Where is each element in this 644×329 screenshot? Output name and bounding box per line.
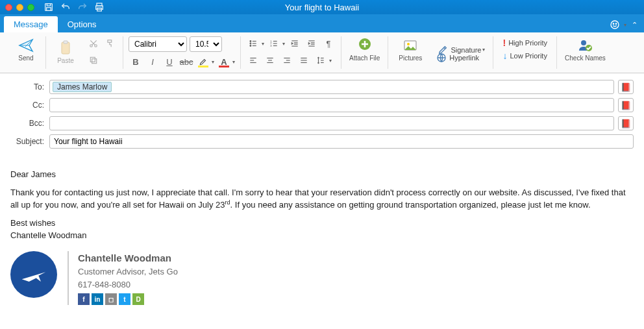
subject-field[interactable] — [49, 134, 634, 149]
align-right-button[interactable] — [280, 53, 294, 67]
facebook-icon[interactable]: f — [78, 293, 90, 305]
font-size-select[interactable]: 10.5 — [190, 36, 222, 52]
message-body[interactable]: Dear James Thank you for contacting us j… — [0, 156, 644, 311]
justify-button[interactable] — [297, 53, 311, 67]
underline-button[interactable]: U — [162, 55, 177, 69]
linkedin-icon[interactable]: in — [92, 293, 103, 305]
cut-icon[interactable] — [86, 36, 101, 51]
ribbon: Send Paste Calibri — [0, 32, 644, 73]
svg-point-16 — [250, 41, 251, 42]
send-label: Send — [18, 55, 33, 62]
italic-button[interactable]: I — [145, 55, 160, 69]
decrease-indent-button[interactable] — [288, 36, 302, 51]
body-paragraph: Thank you for contacting us just now, I … — [10, 186, 634, 212]
window-titlebar: Your flight to Hawaii — [0, 0, 644, 14]
paste-button[interactable]: Paste — [51, 39, 80, 66]
undo-icon[interactable] — [60, 2, 71, 12]
check-names-button[interactable]: Check Names — [562, 36, 608, 63]
svg-point-18 — [250, 43, 251, 44]
font-color-button[interactable]: A — [217, 55, 231, 69]
close-window-button[interactable] — [5, 4, 12, 11]
recipient-chip[interactable]: James Marlow — [53, 82, 112, 92]
window-title: Your flight to Hawaii — [285, 3, 359, 12]
align-left-button[interactable] — [246, 53, 260, 67]
svg-point-7 — [613, 23, 613, 24]
body-greeting: Dear James — [10, 168, 634, 181]
address-fields: To: James Marlow 📕 Cc: 📕 Bcc: 📕 Subject: — [0, 73, 644, 156]
attach-file-button[interactable]: Attach File — [347, 36, 382, 63]
ribbon-tabbar: Message Options ▾ ⌃ — [0, 14, 644, 32]
bullet-list-button[interactable] — [246, 36, 260, 51]
to-label: To: — [10, 82, 49, 91]
signature-phone: 617-848-8080 — [78, 278, 178, 291]
other-social-icon[interactable]: D — [132, 293, 144, 305]
subject-label: Subject: — [10, 137, 49, 146]
tab-options[interactable]: Options — [58, 16, 106, 32]
save-icon[interactable] — [43, 2, 54, 12]
highlight-color-button[interactable] — [196, 55, 210, 69]
emoji-icon[interactable] — [610, 19, 620, 30]
signature-title: Customer Advisor, Jets Go — [78, 265, 178, 278]
cc-field[interactable] — [49, 98, 614, 112]
font-family-select[interactable]: Calibri — [129, 36, 187, 52]
svg-rect-10 — [64, 41, 68, 43]
bcc-label: Bcc: — [10, 119, 49, 128]
redo-icon[interactable] — [77, 2, 88, 12]
format-painter-icon[interactable] — [103, 36, 118, 51]
svg-rect-9 — [62, 42, 69, 54]
body-closing: Best wishes Chantelle Woodman — [10, 217, 634, 242]
print-icon[interactable] — [94, 2, 105, 12]
hyperlink-button[interactable]: Hyperlink — [436, 53, 485, 63]
svg-rect-15 — [108, 40, 112, 43]
collapse-ribbon-icon[interactable]: ⌃ — [632, 21, 638, 29]
svg-rect-1 — [47, 4, 50, 6]
svg-point-55 — [581, 40, 586, 45]
strikethrough-button[interactable]: abc — [179, 55, 193, 69]
increase-indent-button[interactable] — [304, 36, 319, 51]
bold-button[interactable]: B — [129, 55, 143, 69]
svg-rect-14 — [90, 57, 95, 62]
zoom-window-button[interactable] — [27, 4, 34, 11]
attach-file-label: Attach File — [349, 55, 380, 62]
company-logo — [10, 251, 57, 298]
svg-rect-13 — [92, 59, 97, 64]
tab-message[interactable]: Message — [4, 16, 58, 32]
signature-name: Chantelle Woodman — [78, 251, 178, 266]
chevron-down-icon[interactable]: ▾ — [624, 22, 626, 28]
svg-text:3: 3 — [270, 44, 272, 47]
paste-label: Paste — [57, 57, 74, 64]
twitter-icon[interactable]: t — [119, 293, 130, 305]
pictures-button[interactable]: Pictures — [396, 36, 425, 63]
bcc-addressbook-button[interactable]: 📕 — [618, 116, 634, 130]
svg-rect-2 — [47, 8, 51, 11]
line-spacing-button[interactable] — [314, 53, 328, 67]
svg-point-6 — [611, 21, 619, 29]
to-field[interactable]: James Marlow — [49, 80, 614, 94]
social-icons: f in ◻ t D — [78, 293, 178, 305]
align-center-button[interactable] — [263, 53, 277, 67]
minimize-window-button[interactable] — [16, 4, 23, 11]
svg-point-20 — [250, 45, 251, 47]
to-addressbook-button[interactable]: 📕 — [618, 80, 634, 94]
signature-block: Chantelle Woodman Customer Advisor, Jets… — [10, 251, 634, 306]
high-priority-button[interactable]: ! High Priority — [502, 38, 547, 48]
svg-point-53 — [407, 43, 410, 45]
cc-addressbook-button[interactable]: 📕 — [618, 98, 634, 112]
svg-point-8 — [615, 23, 616, 24]
low-priority-button[interactable]: ↓ Low Priority — [502, 51, 547, 61]
instagram-icon[interactable]: ◻ — [105, 293, 117, 305]
send-button[interactable]: Send — [12, 36, 40, 63]
cc-label: Cc: — [10, 101, 49, 110]
show-paragraph-marks-button[interactable]: ¶ — [321, 36, 336, 51]
copy-icon[interactable] — [86, 53, 101, 67]
numbered-list-button[interactable]: 123 — [267, 36, 281, 51]
bcc-field[interactable] — [49, 116, 614, 130]
window-controls — [5, 4, 34, 11]
